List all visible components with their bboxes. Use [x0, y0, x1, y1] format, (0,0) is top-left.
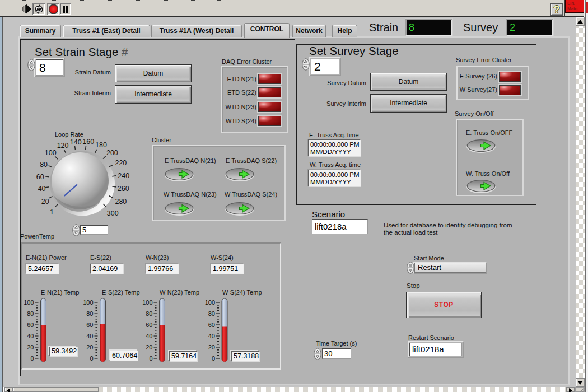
svg-text:260: 260	[118, 185, 129, 193]
svg-text:280: 280	[115, 198, 127, 206]
svg-text:60: 60	[36, 173, 44, 181]
svg-text:40: 40	[38, 185, 46, 193]
svg-text:120: 120	[57, 142, 69, 150]
svg-text:80: 80	[40, 161, 48, 169]
svg-text:100: 100	[45, 149, 57, 157]
svg-text:20: 20	[41, 198, 49, 206]
svg-text:300: 300	[107, 209, 119, 217]
svg-text:160: 160	[82, 138, 94, 146]
svg-text:140: 140	[70, 138, 82, 146]
svg-text:240: 240	[118, 172, 129, 180]
svg-text:180: 180	[95, 141, 107, 149]
svg-text:1: 1	[50, 208, 54, 216]
svg-text:200: 200	[106, 149, 118, 157]
svg-text:220: 220	[115, 159, 127, 167]
